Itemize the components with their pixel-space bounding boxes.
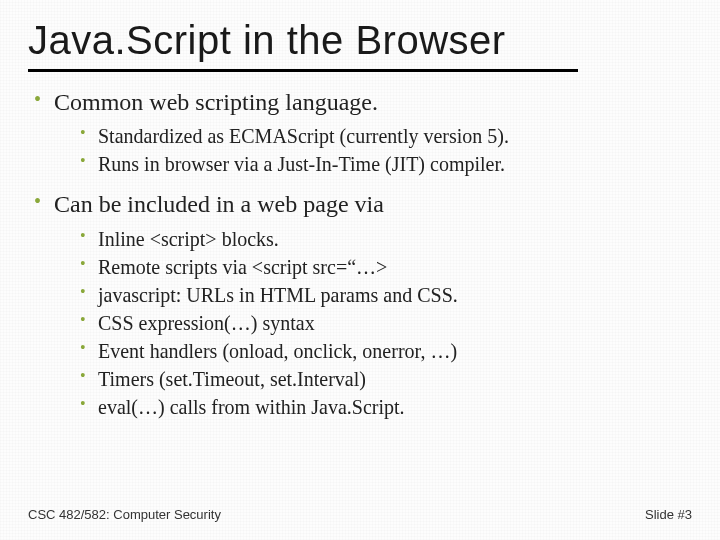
list-item: Common web scripting language. Standardi… bbox=[34, 86, 692, 178]
slide: Java.Script in the Browser Common web sc… bbox=[0, 0, 720, 540]
slide-title: Java.Script in the Browser bbox=[28, 18, 692, 63]
list-item: eval(…) calls from within Java.Script. bbox=[80, 393, 692, 421]
list-item: Inline <script> blocks. bbox=[80, 225, 692, 253]
bullet-text: Common web scripting language. bbox=[54, 89, 378, 115]
list-item: CSS expression(…) syntax bbox=[80, 309, 692, 337]
list-item: Remote scripts via <script src=“…> bbox=[80, 253, 692, 281]
footer-left: CSC 482/582: Computer Security bbox=[28, 507, 221, 522]
footer: CSC 482/582: Computer Security Slide #3 bbox=[28, 507, 692, 522]
footer-right: Slide #3 bbox=[645, 507, 692, 522]
list-item: Timers (set.Timeout, set.Interval) bbox=[80, 365, 692, 393]
list-item: Standardized as ECMAScript (currently ve… bbox=[80, 122, 692, 150]
list-item: Runs in browser via a Just-In-Time (JIT)… bbox=[80, 150, 692, 178]
list-item: javascript: URLs in HTML params and CSS. bbox=[80, 281, 692, 309]
bullet-list-level2: Standardized as ECMAScript (currently ve… bbox=[54, 122, 692, 178]
bullet-text: Can be included in a web page via bbox=[54, 191, 384, 217]
bullet-list-level1: Common web scripting language. Standardi… bbox=[28, 86, 692, 421]
title-underline bbox=[28, 69, 578, 72]
list-item: Event handlers (onload, onclick, onerror… bbox=[80, 337, 692, 365]
bullet-list-level2: Inline <script> blocks. Remote scripts v… bbox=[54, 225, 692, 421]
list-item: Can be included in a web page via Inline… bbox=[34, 188, 692, 420]
